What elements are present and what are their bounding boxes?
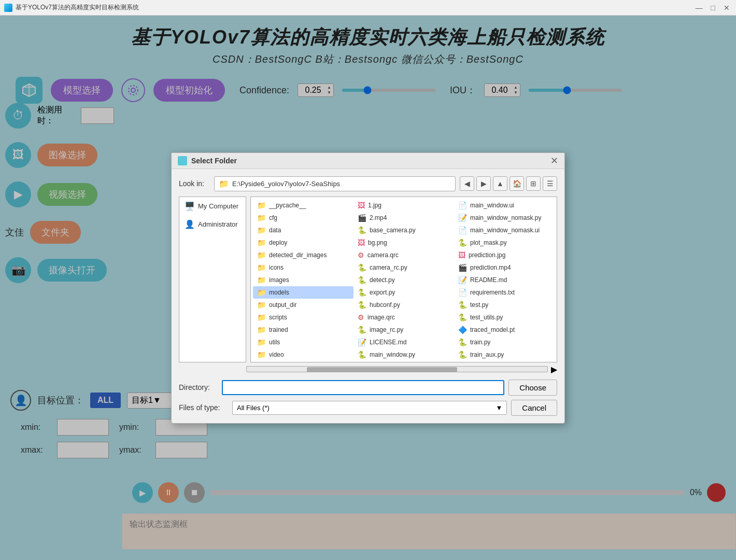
- jpg-icon: 🖼: [458, 251, 465, 259]
- folder-icon: 📁: [257, 251, 266, 259]
- lookin-label: Look in:: [179, 179, 210, 188]
- list-item[interactable]: 📄 main_window_nomask.ui: [454, 224, 555, 236]
- list-item[interactable]: 🔷 traced_model.pt: [454, 324, 555, 336]
- py-icon: 🐍: [358, 301, 366, 309]
- cancel-button[interactable]: Cancel: [511, 400, 557, 416]
- list-item[interactable]: 🎬 prediction.mp4: [454, 261, 555, 274]
- lookin-row: Look in: 📁 E:\Pyside6_yolov7\yolov7-SeaS…: [179, 176, 557, 191]
- folder-icon: 📁: [257, 201, 266, 209]
- list-item[interactable]: ⚙ camera.qrc: [353, 249, 454, 261]
- file-grid: 📁 __pycache__ 🖼 1.jpg 📄 main_window.ui: [251, 197, 557, 362]
- ui-icon: 📝: [458, 214, 467, 222]
- filetype-chevron: ▼: [496, 404, 502, 412]
- filetype-label: Files of type:: [179, 403, 228, 412]
- title-bar: 基于YOLOv7算法的高精度实时目标检测系统 — □ ✕: [0, 0, 736, 16]
- py-icon: 🐍: [458, 301, 467, 309]
- directory-label: Directory:: [179, 383, 218, 391]
- py-icon: 🐍: [358, 226, 366, 234]
- list-item[interactable]: 📁 data: [253, 224, 353, 236]
- minimize-button[interactable]: —: [693, 4, 705, 12]
- jpg-icon: 🖼: [358, 201, 365, 209]
- list-item[interactable]: 📄 main_window.ui: [454, 199, 555, 212]
- list-item[interactable]: 🐍 test.py: [454, 299, 555, 311]
- view-icons-button[interactable]: ⊞: [526, 176, 541, 191]
- dialog-close-button[interactable]: ✕: [550, 156, 558, 165]
- list-item[interactable]: 🐍 plot_mask.py: [454, 236, 555, 249]
- list-item[interactable]: 🐍 image_rc.py: [353, 324, 454, 336]
- lookin-path: 📁 E:\Pyside6_yolov7\yolov7-SeaShips: [214, 176, 456, 191]
- list-item[interactable]: 📁 models: [253, 286, 353, 299]
- list-item[interactable]: 📁 detected_dir_images: [253, 249, 353, 261]
- ui-icon: 📄: [458, 201, 467, 209]
- list-item[interactable]: 🐍 main_window.py: [353, 348, 454, 361]
- list-item[interactable]: 📁 trained: [253, 324, 353, 336]
- list-item[interactable]: 🐍 camera_rc.py: [353, 261, 454, 274]
- list-item[interactable]: 📁 icons: [253, 261, 353, 274]
- list-item[interactable]: 📝 LICENSE.md: [353, 336, 454, 348]
- scroll-right-arrow[interactable]: ▶: [551, 365, 557, 374]
- left-pane: 🖥️ My Computer 👤 Administrator: [179, 197, 246, 362]
- administrator-item[interactable]: 👤 Administrator: [179, 215, 246, 233]
- list-item[interactable]: 🐍 train.py: [454, 336, 555, 348]
- file-browser: 🖥️ My Computer 👤 Administrator: [179, 197, 557, 362]
- list-item[interactable]: 📁 utils: [253, 336, 353, 348]
- py-icon: 🐍: [458, 313, 467, 321]
- list-item[interactable]: 📁 images: [253, 274, 353, 286]
- nav-home-button[interactable]: 🏠: [509, 176, 524, 191]
- nav-forward-button[interactable]: ▶: [476, 176, 491, 191]
- horizontal-scrollbar[interactable]: ▶: [246, 365, 557, 374]
- list-item[interactable]: 🖼 1.jpg: [353, 199, 454, 212]
- img-icon: 🖼: [358, 239, 365, 247]
- list-item[interactable]: ⚙ image.qrc: [353, 311, 454, 324]
- list-item[interactable]: 🐍 train_aux.py: [454, 348, 555, 361]
- folder-icon: 📁: [257, 239, 266, 247]
- ui-icon: 📄: [458, 226, 467, 234]
- list-item[interactable]: 📁 scripts: [253, 311, 353, 324]
- py-icon: 🐍: [458, 351, 467, 359]
- my-computer-item[interactable]: 🖥️ My Computer: [179, 197, 246, 215]
- list-item[interactable]: 📁 deploy: [253, 236, 353, 249]
- dialog-title-bar: Select Folder ✕: [172, 153, 564, 169]
- list-item[interactable]: 🖼 bg.png: [353, 236, 454, 249]
- list-item[interactable]: 📁 __pycache__: [253, 199, 353, 212]
- view-list-button[interactable]: ☰: [543, 176, 557, 191]
- window-controls[interactable]: — □ ✕: [693, 4, 732, 12]
- list-item[interactable]: 📁 video: [253, 348, 353, 361]
- list-item[interactable]: 📁 cfg: [253, 212, 353, 224]
- filetype-row: Files of type: All Files (*) ▼ Cancel: [179, 400, 557, 416]
- list-item[interactable]: 📁 output_dir: [253, 299, 353, 311]
- list-item[interactable]: 🐍 detect.py: [353, 274, 454, 286]
- filetype-select[interactable]: All Files (*) ▼: [232, 401, 507, 415]
- choose-button[interactable]: Choose: [508, 380, 557, 396]
- folder-icon: 📁: [257, 338, 266, 346]
- computer-icon: 🖥️: [185, 201, 195, 211]
- main-container: 基于YOLOv7算法的高精度实时六类海上船只检测系统 CSDN：BestSong…: [0, 16, 736, 560]
- nav-up-button[interactable]: ▲: [493, 176, 507, 191]
- list-item[interactable]: 🎬 2.mp4: [353, 212, 454, 224]
- directory-row: Directory: Choose: [179, 380, 557, 396]
- maximize-button[interactable]: □: [709, 4, 717, 12]
- list-item[interactable]: 🐍 test_utils.py: [454, 311, 555, 324]
- folder-icon: 📁: [257, 301, 266, 309]
- py-icon: 🐍: [358, 276, 366, 284]
- dialog-body: Look in: 📁 E:\Pyside6_yolov7\yolov7-SeaS…: [172, 169, 564, 423]
- list-item[interactable]: 📝 main_window_nomask.py: [454, 212, 555, 224]
- app-icon: [4, 4, 12, 12]
- py-icon: 🐍: [358, 263, 366, 272]
- nav-back-button[interactable]: ◀: [460, 176, 474, 191]
- list-item[interactable]: 🐍 hubconf.py: [353, 299, 454, 311]
- list-item[interactable]: 🐍 export.py: [353, 286, 454, 299]
- folder-icon: 📁: [257, 351, 266, 359]
- py-icon: 🐍: [358, 326, 366, 334]
- directory-input[interactable]: [222, 380, 504, 395]
- select-folder-dialog: Select Folder ✕ Look in: 📁 E:\Pyside6_yo…: [171, 152, 565, 424]
- list-item[interactable]: 📝 README.md: [454, 274, 555, 286]
- list-item[interactable]: 📄 requirements.txt: [454, 286, 555, 299]
- list-item[interactable]: 🖼 prediction.jpg: [454, 249, 555, 261]
- qrc-icon: ⚙: [358, 313, 364, 321]
- list-item[interactable]: 🐍 base_camera.py: [353, 224, 454, 236]
- scroll-track[interactable]: [246, 366, 548, 372]
- scroll-thumb: [307, 367, 457, 372]
- py-icon: 🐍: [358, 288, 366, 297]
- close-button[interactable]: ✕: [721, 4, 732, 12]
